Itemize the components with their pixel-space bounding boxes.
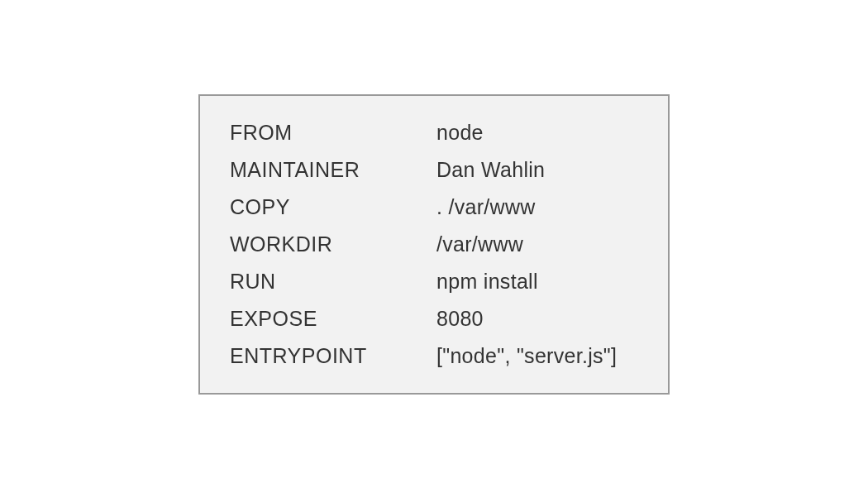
dockerfile-row: EXPOSE 8080 — [230, 307, 635, 331]
instruction-label: FROM — [230, 121, 436, 145]
dockerfile-row: RUN npm install — [230, 270, 635, 294]
dockerfile-box: FROM node MAINTAINER Dan Wahlin COPY . /… — [198, 94, 670, 395]
dockerfile-row: COPY . /var/www — [230, 195, 635, 219]
instruction-value: . /var/www — [436, 195, 536, 219]
instruction-label: RUN — [230, 270, 436, 294]
dockerfile-row: MAINTAINER Dan Wahlin — [230, 158, 635, 182]
instruction-label: WORKDIR — [230, 232, 436, 256]
instruction-label: MAINTAINER — [230, 158, 436, 182]
instruction-label: EXPOSE — [230, 307, 436, 331]
instruction-value: node — [436, 121, 484, 145]
dockerfile-row: FROM node — [230, 121, 635, 145]
dockerfile-row: WORKDIR /var/www — [230, 232, 635, 256]
instruction-value: 8080 — [436, 307, 484, 331]
instruction-value: npm install — [436, 270, 538, 294]
instruction-value: Dan Wahlin — [436, 158, 545, 182]
instruction-value: /var/www — [436, 232, 523, 256]
instruction-value: ["node", "server.js"] — [436, 344, 617, 368]
instruction-label: COPY — [230, 195, 436, 219]
instruction-label: ENTRYPOINT — [230, 344, 436, 368]
dockerfile-row: ENTRYPOINT ["node", "server.js"] — [230, 344, 635, 368]
